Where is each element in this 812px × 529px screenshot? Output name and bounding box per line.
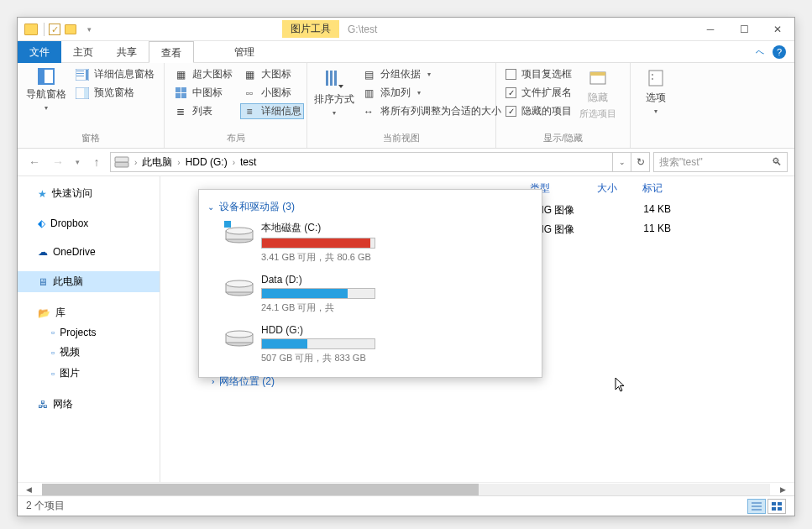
nav-quick-access[interactable]: ★快速访问 <box>18 183 160 204</box>
view-list[interactable]: ≣列表 <box>171 103 235 119</box>
svg-rect-21 <box>778 502 782 505</box>
view-large-icons[interactable]: ▦大图标 <box>240 66 304 82</box>
small-icon: ▫▫ <box>243 86 256 100</box>
nav-libraries[interactable]: 📂库 <box>18 302 160 323</box>
tab-share[interactable]: 共享 <box>105 41 149 63</box>
thumbnails-view-button[interactable] <box>767 499 786 514</box>
sort-icon <box>323 68 345 90</box>
drive-name: 本地磁盘 (C:) <box>261 221 375 235</box>
qat-dropdown-icon[interactable]: ▾ <box>81 21 97 38</box>
medium-icon <box>174 86 187 100</box>
view-small-icons[interactable]: ▫▫小图标 <box>240 85 304 101</box>
nav-dropbox[interactable]: ⬖Dropbox <box>18 214 160 233</box>
hidden-items-toggle[interactable]: ✓隐藏的项目 <box>503 103 574 119</box>
drive-info: 507 GB 可用，共 833 GB <box>261 352 375 364</box>
devices-section-header[interactable]: ⌄ 设备和驱动器 (3) <box>207 196 533 217</box>
hide-selected-button[interactable]: 隐藏 所选项目 <box>579 66 616 130</box>
horizontal-scrollbar[interactable]: ◀ ▶ <box>18 482 794 495</box>
breadcrumb[interactable]: › 此电脑 › HDD (G:) › test ⌄ ↻ <box>110 152 650 172</box>
breadcrumb-folder[interactable]: test <box>237 156 259 168</box>
drive-usage-bar <box>261 238 375 249</box>
tab-view[interactable]: 查看 <box>149 41 194 63</box>
col-size[interactable]: 大小 <box>575 181 642 196</box>
drive-name: HDD (G:) <box>261 324 375 336</box>
recent-dropdown[interactable]: ▾ <box>71 152 83 172</box>
details-view-button[interactable] <box>747 499 766 514</box>
fit-columns-button[interactable]: ↔将所有列调整为合适的大小 <box>359 103 504 119</box>
properties-checkbox-icon[interactable]: ✓ <box>49 24 60 35</box>
preview-pane-button[interactable]: 预览窗格 <box>73 85 157 101</box>
file-ext-toggle[interactable]: ✓文件扩展名 <box>503 85 574 101</box>
scroll-left-icon[interactable]: ◀ <box>26 485 32 494</box>
details-pane-button[interactable]: 详细信息窗格 <box>73 66 157 82</box>
computer-icon: 🖥 <box>38 276 48 288</box>
address-dropdown[interactable]: ⌄ <box>612 153 631 171</box>
svg-rect-9 <box>334 71 337 86</box>
nav-onedrive[interactable]: ☁OneDrive <box>18 243 160 261</box>
breadcrumb-drive[interactable]: HDD (G:) <box>182 156 231 168</box>
nav-videos[interactable]: ▫视频 <box>18 342 160 363</box>
maximize-button[interactable]: ☐ <box>727 18 761 41</box>
ribbon-group-show-hide: 项目复选框 ✓文件扩展名 ✓隐藏的项目 隐藏 所选项目 显示/隐藏 <box>496 63 631 148</box>
col-tags[interactable]: 标记 <box>642 181 688 196</box>
help-icon[interactable]: ? <box>773 45 786 59</box>
new-folder-icon[interactable] <box>62 21 79 38</box>
view-medium-icons[interactable]: 中图标 <box>171 85 235 101</box>
group-label-currentview: 当前视图 <box>314 130 489 144</box>
preview-pane-icon <box>76 86 89 100</box>
nav-pictures[interactable]: ▫图片 <box>18 363 160 384</box>
back-button[interactable]: ← <box>24 152 45 172</box>
collapse-ribbon-icon[interactable]: へ <box>756 46 764 58</box>
status-bar: 2 个项目 <box>18 495 794 516</box>
up-button[interactable]: ↑ <box>86 152 107 172</box>
nav-this-pc[interactable]: 🖥此电脑 <box>18 271 160 292</box>
scroll-right-icon[interactable]: ▶ <box>780 485 786 494</box>
ribbon-group-options: 选项 ▾ <box>631 63 681 148</box>
navigation-pane: ★快速访问 ⬖Dropbox ☁OneDrive 🖥此电脑 📂库 ▫Projec… <box>18 176 160 482</box>
add-columns-button[interactable]: ▥添加列 ▾ <box>359 85 504 101</box>
folder-icon: ▫ <box>51 327 55 338</box>
chevron-right-icon[interactable]: › <box>133 158 139 167</box>
group-label-showhide: 显示/隐藏 <box>503 130 623 144</box>
close-button[interactable]: ✕ <box>761 18 794 41</box>
nav-projects[interactable]: ▫Projects <box>18 323 160 342</box>
picture-icon: ▫ <box>51 368 55 380</box>
tab-file[interactable]: 文件 <box>18 41 61 63</box>
item-count: 2 个项目 <box>26 499 65 513</box>
minimize-button[interactable]: ─ <box>694 18 727 41</box>
scroll-thumb[interactable] <box>42 484 479 495</box>
drive-usage-bar <box>261 288 375 299</box>
scroll-track[interactable] <box>42 484 770 495</box>
svg-rect-23 <box>778 507 782 511</box>
window-title: G:\test <box>348 24 377 35</box>
search-input[interactable]: 搜索"test" 🔍︎ <box>653 152 788 172</box>
svg-rect-6 <box>84 88 88 98</box>
group-by-button[interactable]: ▤分组依据 ▾ <box>359 66 504 82</box>
drive-item[interactable]: HDD (G:) 507 GB 可用，共 833 GB <box>224 324 375 364</box>
breadcrumb-root[interactable]: 此电脑 <box>139 155 175 170</box>
cell-size: 11 KB <box>604 223 671 237</box>
ribbon-group-panes: 导航窗格 ▾ 详细信息窗格 预览窗格 窗格 <box>18 63 165 148</box>
chevron-right-icon[interactable]: › <box>231 158 237 167</box>
options-button[interactable]: 选项 ▾ <box>637 66 674 144</box>
sort-by-button[interactable]: 排序方式 ▾ <box>314 66 354 130</box>
chevron-right-icon[interactable]: › <box>175 158 181 167</box>
checkbox-checked-icon: ✓ <box>506 87 516 98</box>
contextual-tab-label: 图片工具 <box>282 20 339 38</box>
navigation-pane-button[interactable]: 导航窗格 ▾ <box>24 66 68 130</box>
forward-button[interactable]: → <box>48 152 68 172</box>
tab-home[interactable]: 主页 <box>61 41 105 63</box>
dropbox-icon: ⬖ <box>38 217 45 229</box>
drive-item[interactable]: Data (D:) 24.1 GB 可用，共 <box>224 274 375 314</box>
add-columns-icon: ▥ <box>362 86 375 100</box>
item-checkboxes-toggle[interactable]: 项目复选框 <box>503 66 574 82</box>
view-details[interactable]: ≡详细信息 <box>240 103 304 119</box>
view-extra-large-icons[interactable]: ▦超大图标 <box>171 66 235 82</box>
title-bar: ✓ ▾ 图片工具 G:\test ─ ☐ ✕ <box>18 18 794 41</box>
nav-network[interactable]: 🖧网络 <box>18 394 160 415</box>
refresh-button[interactable]: ↻ <box>631 153 649 171</box>
search-icon[interactable]: 🔍︎ <box>772 156 782 168</box>
drive-item[interactable]: 本地磁盘 (C:) 3.41 GB 可用，共 80.6 GB <box>224 221 375 264</box>
network-section-header[interactable]: ⌄ 网络位置 (2) <box>207 371 533 392</box>
tab-manage[interactable]: 管理 <box>223 41 266 63</box>
